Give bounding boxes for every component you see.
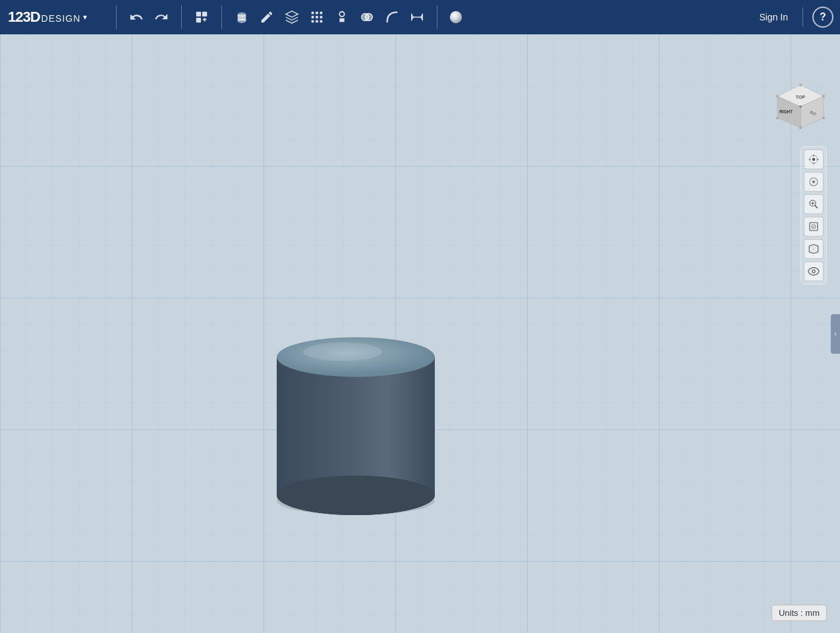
undo-button[interactable] [125, 5, 148, 29]
logo-area[interactable]: 123DDESIGN ▾ [0, 9, 112, 26]
fillet-icon [385, 10, 399, 24]
material-sphere-icon [449, 10, 463, 24]
svg-rect-14 [320, 20, 323, 23]
material-button[interactable] [445, 7, 466, 28]
help-button[interactable]: ? [812, 7, 833, 28]
svg-text:RIGHT: RIGHT [779, 109, 793, 114]
view-cube-svg: TOP INT RIGHT [774, 82, 827, 134]
construct-button[interactable] [280, 5, 304, 29]
svg-rect-9 [312, 16, 314, 18]
svg-rect-26 [277, 357, 435, 495]
zoom-button[interactable] [804, 194, 824, 214]
undo-icon [129, 10, 144, 24]
divider-2 [181, 5, 182, 29]
cylinder-svg [257, 291, 455, 515]
svg-point-46 [812, 180, 816, 184]
svg-rect-1 [202, 12, 207, 16]
svg-rect-10 [316, 16, 318, 18]
svg-point-53 [813, 226, 814, 227]
cylinder-object[interactable] [257, 291, 455, 515]
svg-point-36 [799, 84, 802, 86]
construct-icon [285, 10, 299, 24]
svg-point-37 [822, 95, 825, 97]
undo-redo-group [121, 5, 177, 29]
expand-panel-handle[interactable]: › [831, 314, 840, 354]
view-controls-panel [800, 146, 827, 285]
view-cube[interactable]: TOP INT RIGHT [774, 82, 827, 134]
svg-point-54 [812, 270, 816, 273]
sign-in-button[interactable]: Sign In [754, 9, 793, 25]
orbit-button[interactable] [804, 150, 824, 169]
pan-icon [808, 176, 820, 188]
divider-4 [437, 5, 437, 29]
svg-point-29 [303, 343, 382, 361]
visibility-button[interactable] [804, 261, 824, 281]
pattern-icon [310, 10, 324, 24]
boolean-icon [360, 10, 374, 24]
redo-button[interactable] [150, 5, 173, 29]
measure-button[interactable] [405, 5, 429, 29]
zoom-icon [808, 198, 820, 210]
divider-3 [221, 5, 222, 29]
sketch-icon [260, 10, 274, 24]
svg-point-5 [238, 18, 246, 23]
svg-point-43 [812, 158, 816, 161]
svg-rect-6 [312, 12, 314, 14]
divider-1 [116, 5, 117, 29]
svg-text:TOP: TOP [796, 95, 806, 99]
svg-rect-13 [316, 20, 318, 23]
svg-rect-7 [316, 12, 318, 14]
svg-point-40 [822, 117, 825, 119]
boolean-button[interactable] [355, 5, 379, 29]
svg-line-48 [815, 206, 818, 208]
fit-icon [808, 221, 820, 233]
right-toolbar: Sign In ? [754, 7, 840, 28]
svg-rect-0 [196, 12, 201, 16]
expand-arrow: › [834, 330, 836, 337]
add-tool-group [186, 5, 217, 29]
svg-rect-12 [312, 20, 314, 23]
main-tools-group [226, 5, 433, 29]
svg-point-16 [365, 14, 372, 21]
modify-icon [335, 10, 349, 24]
primitives-icon [235, 10, 249, 24]
svg-point-19 [450, 11, 462, 23]
svg-point-41 [776, 117, 779, 119]
svg-point-38 [776, 95, 779, 97]
viewport[interactable]: TOP INT RIGHT [0, 34, 840, 633]
visibility-icon [808, 265, 820, 277]
perspective-icon [808, 243, 820, 255]
pan-button[interactable] [804, 172, 824, 192]
material-group [441, 7, 470, 28]
svg-point-27 [277, 476, 435, 515]
svg-rect-2 [196, 18, 201, 22]
redo-icon [154, 10, 169, 24]
fit-button[interactable] [804, 217, 824, 236]
perspective-button[interactable] [804, 239, 824, 259]
pattern-button[interactable] [305, 5, 329, 29]
app-logo[interactable]: 123DDESIGN [8, 9, 80, 26]
logo-dropdown-arrow[interactable]: ▾ [83, 13, 87, 22]
orbit-icon [808, 153, 820, 165]
units-badge[interactable]: Units : mm [771, 605, 827, 621]
design-label: DESIGN [42, 13, 81, 24]
svg-rect-8 [320, 12, 323, 14]
svg-rect-11 [320, 16, 323, 18]
fillet-button[interactable] [380, 5, 404, 29]
svg-point-39 [799, 105, 802, 108]
add-object-icon [194, 10, 209, 24]
svg-point-42 [799, 126, 802, 129]
modify-button[interactable] [330, 5, 354, 29]
measure-icon [410, 10, 424, 24]
divider-right [802, 7, 803, 27]
sketch-button[interactable] [255, 5, 279, 29]
primitives-button[interactable] [230, 5, 254, 29]
main-toolbar: 123DDESIGN ▾ [0, 0, 840, 34]
add-object-button[interactable] [190, 5, 213, 29]
